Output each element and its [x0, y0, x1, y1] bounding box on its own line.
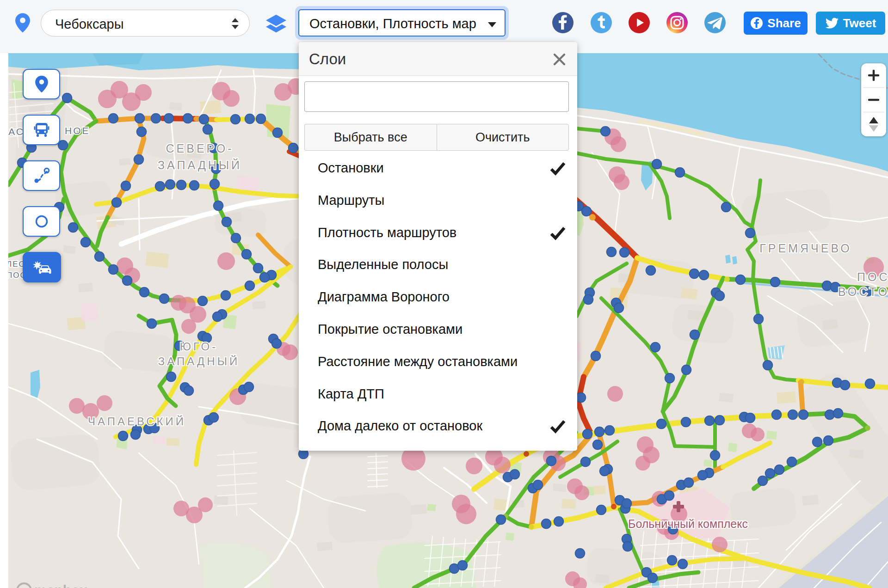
svg-text:ЗАПАДНЫЙ: ЗАПАДНЫЙ [158, 158, 242, 172]
svg-text:ПОСЁЛОК: ПОСЁЛОК [857, 270, 888, 283]
svg-text:СЕВЕРО-: СЕВЕРО- [166, 142, 234, 155]
svg-text:ЧАПАЕВСКИЙ: ЧАПАЕВСКИЙ [88, 415, 186, 428]
svg-text:ЗАПАДНЫЙ: ЗАПАДНЫЙ [158, 355, 240, 368]
svg-text:ВОСТОЧНЫЙ: ВОСТОЧНЫЙ [838, 285, 888, 298]
svg-text:mapbox: mapbox [34, 582, 87, 588]
svg-text:ГРЕМЯЧЕВО: ГРЕМЯЧЕВО [759, 242, 851, 255]
svg-text:Больничный комплекс: Больничный комплекс [628, 517, 748, 530]
svg-text:ЮГО-: ЮГО- [180, 340, 218, 353]
svg-text:НОЕ: НОЕ [65, 125, 90, 136]
